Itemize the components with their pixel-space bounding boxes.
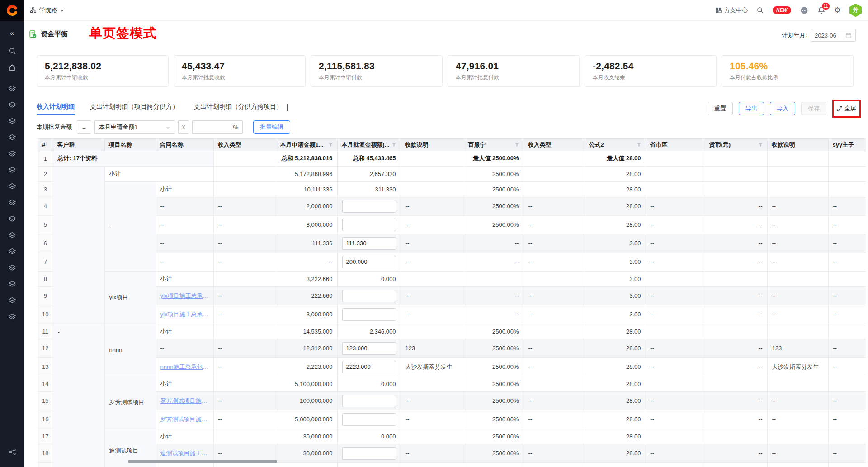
approve-amount-input[interactable]	[342, 290, 396, 302]
reset-button[interactable]: 重置	[708, 102, 733, 115]
export-button[interactable]: 导出	[739, 102, 764, 115]
table-cell: --	[705, 339, 767, 357]
column-header[interactable]: 收入类型	[213, 139, 276, 151]
column-header[interactable]: 百服宁	[464, 139, 524, 151]
approve-amount-input[interactable]	[342, 361, 396, 373]
app-logo[interactable]	[0, 0, 24, 21]
org-switcher[interactable]: 学院路	[24, 6, 64, 14]
layers-icon[interactable]	[0, 243, 24, 260]
layers-icon[interactable]	[0, 211, 24, 227]
home-icon[interactable]	[0, 61, 24, 75]
contract-link[interactable]: ylx项目施工总承包...	[160, 310, 209, 319]
plan-center-link[interactable]: 方案中心	[715, 6, 748, 14]
contract-link[interactable]: nnnn施工总承包合同	[160, 363, 209, 371]
layers-icon[interactable]	[0, 276, 24, 292]
approve-amount-input[interactable]	[342, 342, 396, 355]
table-cell: 2,346.000	[337, 324, 401, 339]
table-cell	[646, 151, 705, 166]
layers-icon[interactable]	[0, 260, 24, 276]
save-button[interactable]: 保存	[801, 102, 826, 115]
table-cell	[337, 462, 401, 467]
tab-income-plan[interactable]: 收入计划明细	[37, 103, 75, 115]
table-cell: ylx项目	[104, 271, 156, 324]
table-cell: --	[646, 215, 705, 234]
batch-edit-button[interactable]: 批量编辑	[253, 120, 290, 134]
column-header[interactable]: 省市区	[646, 139, 705, 151]
contract-link[interactable]: 迪测试项目施工总...	[160, 449, 209, 457]
column-header[interactable]: 货币(元)	[705, 139, 767, 151]
table-row: 4----2,000.000--2500.00%--28.00--------	[38, 197, 866, 215]
table-cell: --	[156, 234, 213, 253]
layers-icon[interactable]	[0, 227, 24, 243]
approve-amount-input[interactable]	[342, 200, 396, 213]
kpi-label: 本月累计批复收款	[182, 74, 297, 81]
table-cell	[828, 324, 866, 339]
fullscreen-button[interactable]: 全屏	[837, 105, 856, 113]
table-cell: --	[705, 444, 767, 462]
table-cell	[464, 462, 524, 467]
table-cell: --	[464, 305, 524, 324]
layers-icon[interactable]	[0, 195, 24, 211]
layers-icon[interactable]	[0, 81, 24, 97]
layers-icon[interactable]	[0, 97, 24, 113]
column-header[interactable]: 收款说明	[767, 139, 828, 151]
topbar: 学院路 方案中心 NEW 11 ⚙ 芳	[24, 0, 868, 21]
column-header[interactable]: 项目名称	[104, 139, 156, 151]
table-cell: --	[646, 339, 705, 357]
layers-icon[interactable]	[0, 309, 24, 325]
avatar[interactable]: 芳	[849, 4, 862, 17]
column-header[interactable]: syy主子	[828, 139, 866, 151]
table-cell: 罗芳测试项目	[104, 376, 156, 429]
formula-field-select[interactable]: 本月申请金额1	[94, 120, 175, 134]
table-cell: --	[828, 253, 866, 271]
approve-amount-input[interactable]	[342, 308, 396, 321]
new-badge[interactable]: NEW	[773, 6, 791, 14]
horizontal-scrollbar-thumb[interactable]	[128, 460, 277, 463]
kpi-card: 2,115,581.83 本月累计申请付款	[311, 55, 443, 87]
contract-link[interactable]: ylx项目施工总承包...	[160, 292, 209, 300]
table-cell: --	[276, 253, 337, 271]
import-button[interactable]: 导入	[770, 102, 795, 115]
column-header[interactable]: 合同名称	[156, 139, 213, 151]
nodes-icon[interactable]	[0, 444, 24, 459]
multiply-operator[interactable]: X	[178, 120, 189, 134]
messages-button[interactable]	[800, 6, 809, 15]
layers-icon[interactable]	[0, 129, 24, 146]
table-cell: 100,000.000	[276, 391, 337, 410]
column-header[interactable]: 本月申请金额1...	[276, 139, 337, 151]
column-header[interactable]: 本月批复金额额(...	[337, 139, 401, 151]
approve-amount-input[interactable]	[342, 413, 396, 426]
tab-expense-plan-supplier[interactable]: 支出计划明细（分供方跨项目）	[194, 103, 283, 115]
table-cell: --	[767, 197, 828, 215]
annotation-highlight-box: 全屏	[832, 100, 861, 118]
layers-icon[interactable]	[0, 146, 24, 162]
contract-link[interactable]: 罗芳测试项目施工...	[160, 415, 209, 424]
approve-amount-input[interactable]	[342, 256, 396, 268]
layers-icon[interactable]	[0, 178, 24, 195]
approve-amount-input[interactable]	[342, 395, 396, 407]
approve-amount-input[interactable]	[342, 447, 396, 460]
settings-button[interactable]: ⚙	[834, 5, 841, 15]
column-header[interactable]: 收款说明	[401, 139, 464, 151]
column-header[interactable]: #	[38, 139, 53, 151]
table-cell	[401, 429, 464, 444]
table-cell: --	[767, 253, 828, 271]
table-row: 17迪测试项目小计30,000.0000.0002500.00%28.00	[38, 429, 866, 444]
column-header[interactable]: 收入类型	[524, 139, 585, 151]
layers-icon[interactable]	[0, 292, 24, 309]
layers-icon[interactable]	[0, 113, 24, 129]
contract-link[interactable]: 罗芳测试项目施工...	[160, 397, 209, 405]
approve-amount-input[interactable]	[342, 237, 396, 250]
layers-icon[interactable]	[0, 162, 24, 178]
collapse-sidebar-icon[interactable]: «	[0, 26, 24, 41]
search-icon[interactable]	[0, 43, 24, 58]
notifications-button[interactable]: 11	[817, 6, 826, 14]
approve-amount-input[interactable]	[342, 219, 396, 231]
column-header[interactable]: 公式2	[585, 139, 646, 151]
percent-input[interactable]	[197, 124, 228, 131]
table-cell: 14	[38, 376, 53, 391]
search-button[interactable]	[756, 6, 764, 14]
plan-month-picker[interactable]: 2023-06	[811, 29, 856, 42]
tab-expense-plan-project[interactable]: 支出计划明细（项目跨分供方）	[90, 103, 179, 115]
column-header[interactable]: 客户群	[53, 139, 104, 151]
